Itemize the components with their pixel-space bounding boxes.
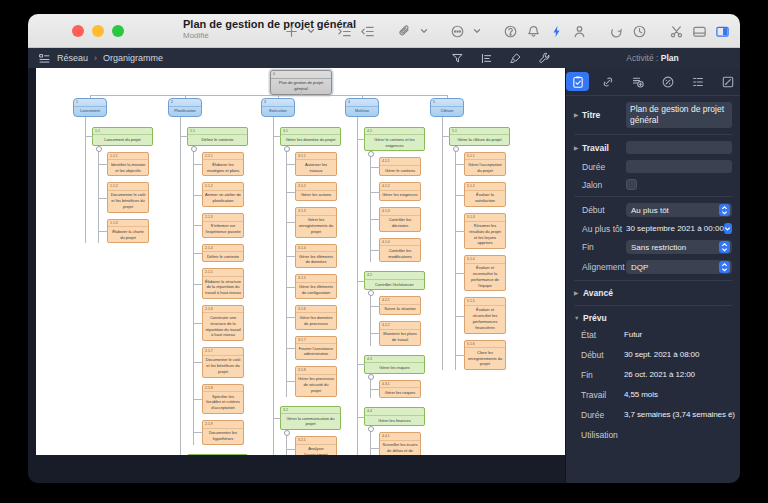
help-icon[interactable] <box>503 24 518 39</box>
indent-icon[interactable] <box>337 24 352 39</box>
cost-tab[interactable] <box>626 72 649 91</box>
panel-bottom-icon[interactable] <box>692 24 707 39</box>
phase-node[interactable]: 4Maîtrise <box>345 98 379 117</box>
flash-icon[interactable] <box>549 24 564 39</box>
cut-scissors-icon[interactable] <box>669 24 684 39</box>
task-node[interactable]: 2.1.9Documenter les hypothèses <box>202 420 244 445</box>
task-node[interactable]: 2.1.6Construire une structure de la répa… <box>202 305 244 341</box>
zoom-window-button[interactable] <box>112 25 124 37</box>
outdent-icon[interactable] <box>360 24 375 39</box>
task-node[interactable]: 3.1.1Autoriser les travaux <box>295 152 337 177</box>
task-node[interactable]: 1.1.3Élaborer la charte du projet <box>107 219 149 244</box>
task-node[interactable]: 3.1.4Gérer les éléments de données <box>295 244 337 269</box>
task-node[interactable]: 4.1.3Contrôler les décisions <box>379 207 421 232</box>
group-node[interactable]: 4.2Contrôler l'échéancier <box>364 271 425 290</box>
task-node[interactable]: 4.1.1Gérer le contenu <box>379 157 421 176</box>
notifications-bell-icon[interactable] <box>526 24 541 39</box>
group-node[interactable]: 4.4Gérer les finances <box>364 407 425 426</box>
travail-disclosure-icon[interactable]: ▶ <box>574 145 579 151</box>
group-node[interactable]: 4.3Gérer les risques <box>364 355 425 374</box>
date-chevron-icon[interactable] <box>724 223 732 234</box>
phase-node[interactable]: 2Planification <box>168 98 202 117</box>
task-node[interactable]: 4.3.1Gérer les risques <box>379 380 421 399</box>
task-node[interactable]: 3.1.6Gérer les données de processus <box>295 305 337 330</box>
task-node[interactable]: 4.1.4Contrôler les modifications <box>379 238 421 263</box>
task-node[interactable]: 2.1.4Définir le contexte <box>202 244 244 263</box>
task-node[interactable]: 3.2.1Analyser l'avancement <box>295 436 337 455</box>
task-node[interactable]: 3.1.3Gérer les enregistrements du projet <box>295 207 337 237</box>
style-brush-icon[interactable] <box>509 52 522 65</box>
group-node[interactable]: 4.1Gérer le contenu et les exigences <box>364 127 425 152</box>
task-node[interactable]: 1.1.2Documenter le coût et les bénéfices… <box>107 182 149 212</box>
task-node[interactable]: 2.1.3S'informer sur l'expérience passée <box>202 213 244 238</box>
task-node[interactable]: 4.2.2Maintenir les plans de travail <box>379 321 421 346</box>
task-node[interactable]: 3.1.7Fournir l'assistance administrative <box>295 336 337 361</box>
more-circle-icon[interactable] <box>450 24 465 39</box>
debut-select[interactable]: Au plus tôt <box>626 203 732 217</box>
filter-icon[interactable] <box>451 52 464 65</box>
task-node[interactable]: 3.1.8Gérer les processus de sécurité du … <box>295 366 337 396</box>
titre-disclosure-icon[interactable]: ▶ <box>574 112 579 118</box>
titre-field[interactable]: Plan de gestion de projet général <box>626 102 732 128</box>
breadcrumb-root[interactable]: Réseau <box>57 53 88 63</box>
task-node[interactable]: 1.1.1Identifier la mission et les object… <box>107 152 149 177</box>
task-node[interactable]: 5.1.5Évaluer et réconcilier les performa… <box>464 297 506 333</box>
au-plus-tot-value[interactable]: 30 septembre 2021 à 00:00 <box>626 224 724 233</box>
avance-disclosure-icon[interactable]: ▶ <box>574 290 579 296</box>
user-icon[interactable] <box>572 24 587 39</box>
attach-chevron-icon[interactable] <box>420 27 428 35</box>
minimize-window-button[interactable] <box>92 25 104 37</box>
task-node[interactable]: 2.1.7Documenter le coût et les bénéfices… <box>202 347 244 377</box>
notes-tab[interactable] <box>717 72 740 91</box>
task-node[interactable]: 2.1.1Élaborer les stratégies et plans <box>202 152 244 177</box>
view-icon[interactable] <box>38 52 51 65</box>
stepper-icon[interactable] <box>719 204 730 216</box>
jalon-checkbox[interactable] <box>626 179 637 190</box>
task-node[interactable]: 5.1.2Évaluer la satisfaction <box>464 182 506 207</box>
task-node[interactable]: 5.1.1Gérer l'acceptation du projet <box>464 152 506 177</box>
prevu-disclosure-icon[interactable]: ▼ <box>574 315 579 321</box>
group-node[interactable]: 5.1Gérer la clôture du projet <box>449 127 510 146</box>
lists-tab[interactable] <box>687 72 710 91</box>
task-node[interactable]: 4.2.1Suivre la situation <box>379 296 421 315</box>
clock-icon[interactable] <box>632 24 647 39</box>
links-tab[interactable] <box>596 72 619 91</box>
task-node[interactable]: 2.1.2Animer un atelier de planification <box>202 182 244 207</box>
panel-right-icon[interactable] <box>715 24 730 39</box>
group-node[interactable]: 3.1Gérer les données du projet <box>280 127 341 146</box>
phase-node[interactable]: 1Lancement <box>73 98 107 117</box>
task-node[interactable]: 3.1.2Gérer les actions <box>295 182 337 201</box>
task-node[interactable]: 5.1.6Clore les enregistrements du projet <box>464 340 506 370</box>
chart-canvas[interactable]: 0 Plan de gestion de projet général 1Lan… <box>36 68 565 455</box>
prevu-section-header[interactable]: ▼Prévu <box>574 313 732 323</box>
duree-field[interactable] <box>626 160 732 173</box>
alignement-select[interactable]: DQP <box>626 260 732 274</box>
sync-icon[interactable] <box>609 24 624 39</box>
add-icon[interactable] <box>284 24 299 39</box>
task-node[interactable]: 2.1.8Spécifier les livrables et critères… <box>202 384 244 414</box>
task-node[interactable]: 3.1.5Gérer les éléments de configuration <box>295 274 337 299</box>
travail-field[interactable] <box>626 141 732 154</box>
breadcrumb-view[interactable]: Organigramme <box>103 53 163 63</box>
group-node[interactable]: 2.2Documenter les plans d'appui au proje… <box>187 454 248 455</box>
stepper-icon[interactable] <box>719 261 730 273</box>
phase-node[interactable]: 5Clôture <box>430 98 464 117</box>
close-window-button[interactable] <box>72 25 84 37</box>
fin-select[interactable]: Sans restriction <box>626 240 732 254</box>
avance-section-header[interactable]: ▶Avancé <box>574 288 732 298</box>
task-node[interactable]: 5.1.3Résumer les résultats du projet et … <box>464 213 506 249</box>
attach-icon[interactable] <box>397 24 412 39</box>
settings-wrench-icon[interactable] <box>538 52 551 65</box>
group-node[interactable]: 1.1Lancement du projet <box>92 127 153 146</box>
outline-icon[interactable] <box>480 52 493 65</box>
task-node[interactable]: 2.1.5Élaborer la structure de la réparti… <box>202 268 244 298</box>
add-chevron-icon[interactable] <box>307 27 315 35</box>
task-node[interactable]: 4.1.2Gérer les exigences <box>379 182 421 201</box>
stepper-icon[interactable] <box>719 241 730 253</box>
progress-tab[interactable] <box>657 72 680 91</box>
more-chevron-icon[interactable] <box>473 27 481 35</box>
info-tab[interactable] <box>566 72 589 91</box>
group-node[interactable]: 2.1Définir le contexte <box>187 127 248 146</box>
task-node[interactable]: 5.1.4Évaluer et reconnaître la performan… <box>464 255 506 291</box>
task-node[interactable]: 4.4.1Surveiller les écarts de délais et … <box>379 432 421 455</box>
